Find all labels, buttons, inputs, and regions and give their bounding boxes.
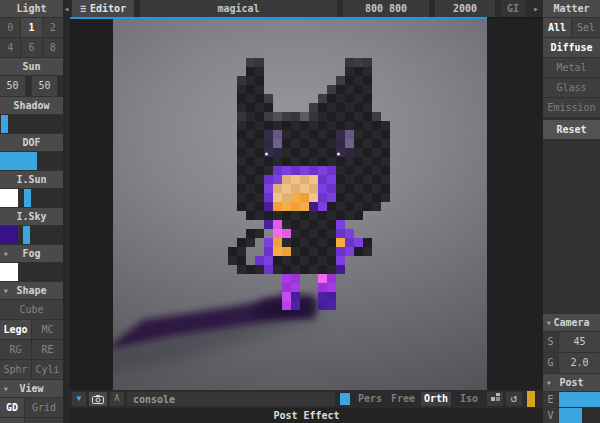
post-collapse-icon[interactable]: ▼ [547, 374, 551, 391]
post-v-slider[interactable] [559, 408, 600, 423]
shape-mc-button[interactable]: MC [32, 320, 63, 339]
fog-section-header[interactable]: ▼ Fog [0, 245, 63, 262]
camera-s-value[interactable]: 45 [559, 332, 600, 352]
shape-section-header[interactable]: ▼ Shape [0, 282, 63, 299]
view-collapse-icon[interactable]: ▼ [4, 380, 8, 397]
shape-cyli-button[interactable]: Cyli [32, 360, 63, 379]
view-gd-button[interactable]: GD [0, 398, 24, 417]
console-collapse-button[interactable]: ▼ [72, 392, 86, 406]
shadow-slider-handle[interactable] [1, 115, 8, 133]
screenshot-button[interactable] [89, 392, 107, 406]
render-resolution-field[interactable]: 800 800 [343, 0, 429, 17]
projection-pers-button[interactable]: Pers [355, 392, 385, 406]
fog-collapse-icon[interactable]: ▼ [4, 245, 8, 262]
camera-section-header[interactable]: ▼ Camera [543, 314, 600, 331]
shape-title: Shape [16, 285, 46, 296]
isun-section-header[interactable]: I.Sun [0, 171, 63, 188]
dof-slider-fill [0, 152, 37, 170]
light-count-2-button[interactable]: 2 [43, 18, 63, 37]
shadow-section-header[interactable]: Shadow [0, 97, 63, 114]
projection-iso-button[interactable]: Iso [454, 392, 484, 406]
light-count-1-button[interactable]: 1 [21, 18, 41, 37]
view-edge-button[interactable]: Edge [25, 418, 63, 423]
view-grid-button[interactable]: Grid [25, 398, 63, 417]
sun-elevation-value[interactable]: 50 [32, 76, 57, 96]
post-e-fill [559, 392, 600, 407]
dof-title: DOF [22, 137, 40, 148]
material-metal-button[interactable]: Metal [543, 58, 600, 77]
matter-section-header[interactable]: Matter [543, 0, 600, 17]
post-section-header[interactable]: ▼ Post [543, 374, 600, 391]
matter-sel-button[interactable]: Sel [572, 18, 600, 37]
reset-camera-button[interactable]: ↺ [506, 392, 522, 406]
right-panel-collapse-icon[interactable]: ▶ [531, 0, 541, 17]
light-count-6-button[interactable]: 6 [21, 38, 41, 57]
editor-menu-button[interactable]: ≡Editor [72, 0, 134, 17]
material-reset-button[interactable]: Reset [543, 120, 600, 139]
shadow-slider[interactable] [0, 115, 63, 133]
viewport[interactable] [113, 19, 487, 390]
dof-section-header[interactable]: DOF [0, 134, 63, 151]
matter-scope-row: All Sel [543, 18, 600, 37]
sun-angle-mini-slider[interactable] [26, 76, 31, 96]
view-sw-button[interactable]: SW [0, 418, 24, 423]
camera-s-label: S [543, 332, 558, 352]
light-section-header[interactable]: Light [0, 0, 63, 17]
matter-all-button[interactable]: All [543, 18, 571, 37]
view-cube-button[interactable] [487, 392, 503, 406]
post-e-label: E [543, 392, 558, 407]
isun-color-swatch[interactable] [0, 189, 18, 207]
isun-slider[interactable] [20, 189, 63, 207]
shape-cube-row: Cube [0, 300, 63, 319]
shape-cube-button[interactable]: Cube [0, 300, 63, 319]
left-panel-collapse-icon[interactable]: ◀ [65, 5, 69, 12]
right-panel: Matter All Sel Diffuse Metal Glass Emiss… [543, 0, 600, 423]
sun-angle-value[interactable]: 50 [0, 76, 25, 96]
gi-toggle-button[interactable]: GI [501, 0, 525, 17]
voxel-model[interactable] [113, 19, 487, 390]
bottom-toolbar: ▼ A Pers Free Orth Iso [70, 390, 543, 408]
light-count-4-button[interactable]: 4 [0, 38, 20, 57]
light-count-0-button[interactable]: 0 [0, 18, 20, 37]
projection-free-button[interactable]: Free [388, 392, 418, 406]
post-e-slider[interactable] [559, 392, 600, 407]
shape-re-button[interactable]: RE [32, 340, 63, 359]
fog-color-swatch[interactable] [0, 263, 18, 281]
view-section-header[interactable]: ▼ View [0, 380, 63, 397]
post-e-row: E [543, 392, 600, 407]
console-input[interactable] [127, 392, 335, 406]
editor-label: Editor [90, 3, 126, 14]
isky-color-swatch[interactable] [0, 226, 18, 244]
shape-lego-button[interactable]: Lego [0, 320, 31, 339]
fog-slider[interactable] [20, 263, 63, 281]
left-panel-collapse-strip[interactable]: ◀ [63, 0, 70, 423]
material-diffuse-button[interactable]: Diffuse [543, 38, 600, 57]
project-title[interactable]: magical [140, 0, 337, 17]
shape-collapse-icon[interactable]: ▼ [4, 282, 8, 299]
camera-collapse-icon[interactable]: ▼ [547, 314, 551, 331]
status-bar: Post Effect [70, 408, 543, 423]
dof-slider[interactable] [0, 152, 63, 170]
console-scroll-handle[interactable] [340, 393, 350, 405]
shape-sphr-button[interactable]: Sphr [0, 360, 31, 379]
isky-section-header[interactable]: I.Sky [0, 208, 63, 225]
isun-row [0, 189, 63, 207]
isun-slider-handle[interactable] [24, 189, 31, 207]
light-count-8-button[interactable]: 8 [43, 38, 63, 57]
edit-indicator-bar[interactable] [527, 391, 535, 407]
shape-rg-button[interactable]: RG [0, 340, 31, 359]
material-emission-button[interactable]: Emission [543, 98, 600, 117]
material-glass-button[interactable]: Glass [543, 78, 600, 97]
sun-title: Sun [22, 61, 40, 72]
isky-slider-handle[interactable] [23, 226, 30, 244]
sun-section-header[interactable]: Sun [0, 58, 63, 75]
autosave-button[interactable]: A [110, 392, 124, 406]
camera-s-row: S 45 [543, 332, 600, 352]
view-row-1: GD Grid [0, 398, 63, 417]
isky-slider[interactable] [20, 226, 63, 244]
isky-title: I.Sky [16, 211, 46, 222]
camera-g-value[interactable]: 2.0 [559, 353, 600, 373]
light-title: Light [16, 3, 46, 14]
projection-orth-button[interactable]: Orth [421, 392, 451, 406]
render-samples-field[interactable]: 2000 [435, 0, 495, 17]
